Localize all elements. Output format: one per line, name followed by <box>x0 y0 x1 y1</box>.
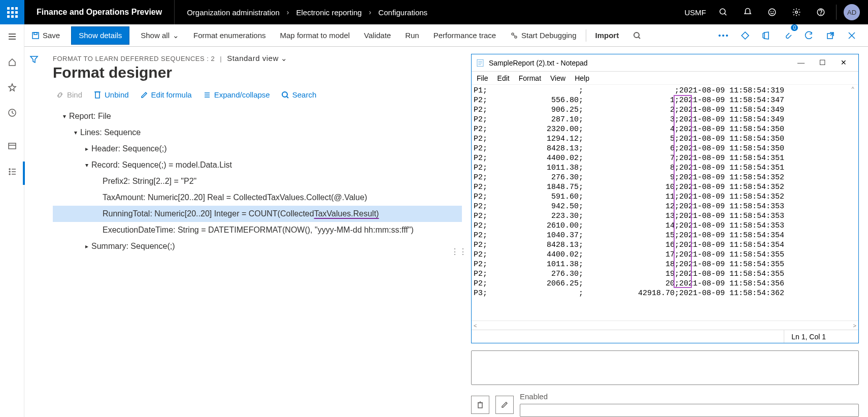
svg-point-22 <box>512 33 514 35</box>
close-icon[interactable] <box>843 26 861 45</box>
bind-button[interactable]: Bind <box>56 90 82 99</box>
app-launcher[interactable] <box>0 0 24 24</box>
import-button[interactable]: Import <box>588 26 626 45</box>
legal-entity[interactable]: USMF <box>681 8 711 17</box>
home-icon[interactable] <box>0 52 24 72</box>
svg-point-4 <box>773 11 774 12</box>
list-icon[interactable] <box>0 162 24 182</box>
svg-line-26 <box>639 37 640 39</box>
svg-point-14 <box>9 169 10 170</box>
tree-row[interactable]: Prefix2: String[2..2] = "P2" <box>53 173 462 189</box>
svg-rect-12 <box>9 143 16 149</box>
tree-row[interactable]: ▾Report: File <box>53 108 462 124</box>
gear-icon[interactable] <box>785 0 808 24</box>
caret-down-icon[interactable]: ▾ <box>71 129 80 136</box>
search-button[interactable]: Search <box>281 90 317 99</box>
edit-button[interactable] <box>495 396 514 414</box>
start-debugging-button[interactable]: Start Debugging <box>503 26 583 45</box>
chevron-down-icon: ⌄ <box>173 31 179 40</box>
performance-trace-button[interactable]: Performance trace <box>426 26 503 45</box>
minimize-button[interactable]: ― <box>790 59 812 67</box>
validate-button[interactable]: Validate <box>357 26 398 45</box>
notepad-titlebar[interactable]: SampleReport (2).txt - Notepad ― ☐ ✕ <box>472 54 858 72</box>
show-details-button[interactable]: Show details <box>71 26 129 45</box>
view-selector[interactable]: Standard view ⌄ <box>227 54 288 63</box>
cursor-position: Ln 1, Col 1 <box>784 330 833 343</box>
tree-label: Summary: Sequence(;) <box>91 242 181 251</box>
caret-right-icon[interactable]: ▸ <box>82 243 91 250</box>
rail-selection-indicator <box>23 162 25 185</box>
map-format-button[interactable]: Map format to model <box>273 26 357 45</box>
detail-box[interactable] <box>471 350 859 385</box>
edit-formula-button[interactable]: Edit formula <box>140 90 192 99</box>
menu-view[interactable]: View <box>550 74 565 82</box>
delete-button[interactable] <box>471 396 489 414</box>
scrollbar-vertical[interactable]: ^ <box>848 86 857 310</box>
tree-row[interactable]: TaxAmount: Numeric[20..20] Real = Collec… <box>53 189 462 206</box>
hamburger-icon[interactable] <box>0 26 24 47</box>
tree-label: ExecutionDateTime: String = DATETIMEFORM… <box>103 226 420 235</box>
svg-point-36 <box>282 92 287 97</box>
breadcrumb-item[interactable]: Organization administration <box>187 8 280 17</box>
bell-icon[interactable] <box>737 0 759 24</box>
notepad-window: SampleReport (2).txt - Notepad ― ☐ ✕ Fil… <box>471 54 859 343</box>
filter-icon[interactable] <box>29 54 48 254</box>
unbind-button[interactable]: Unbind <box>93 90 129 99</box>
scrollbar-horizontal[interactable]: <> <box>472 320 858 330</box>
app-title: Finance and Operations Preview <box>24 0 175 24</box>
svg-rect-21 <box>34 33 37 35</box>
clock-icon[interactable] <box>0 103 24 123</box>
tree-row[interactable]: ▾Lines: Sequence <box>53 124 462 141</box>
show-all-button[interactable]: Show all⌄ <box>133 26 186 45</box>
svg-point-18 <box>9 174 10 175</box>
diamond-icon[interactable] <box>736 26 754 45</box>
breadcrumb-item[interactable]: Electronic reporting <box>296 8 361 17</box>
user-avatar[interactable]: AD <box>841 0 863 24</box>
tree-row[interactable]: ▾Record: Sequence(;) = model.Data.List <box>53 157 462 173</box>
run-button[interactable]: Run <box>398 26 426 45</box>
maximize-button[interactable]: ☐ <box>812 58 833 67</box>
save-icon <box>31 31 40 40</box>
star-icon[interactable] <box>0 77 24 98</box>
notepad-body[interactable]: P1; ; ;2021-08-09 11:58:54:319 P2; 556.8… <box>472 85 858 320</box>
expand-collapse-button[interactable]: Expand/collapse <box>203 90 270 99</box>
search-icon[interactable] <box>712 0 735 24</box>
svg-point-3 <box>771 11 771 12</box>
chevron-down-icon: ⌄ <box>281 54 288 62</box>
format-enumerations-button[interactable]: Format enumerations <box>186 26 273 45</box>
tree-label: TaxAmount: Numeric[20..20] Real = Collec… <box>103 193 373 202</box>
refresh-icon[interactable] <box>800 26 818 45</box>
close-button[interactable]: ✕ <box>833 58 854 67</box>
save-button[interactable]: Save <box>24 26 67 45</box>
enabled-label: Enabled <box>520 392 859 401</box>
popout-icon[interactable] <box>821 26 840 45</box>
smiley-icon[interactable] <box>761 0 783 24</box>
svg-line-1 <box>724 13 726 15</box>
tree-row[interactable]: ExecutionDateTime: String = DATETIMEFORM… <box>53 222 462 238</box>
menu-help[interactable]: Help <box>575 74 589 82</box>
tree-row[interactable]: ▸Header: Sequence(;) <box>53 141 462 157</box>
more-icon[interactable]: ••• <box>715 26 733 45</box>
page-context: FORMAT TO LEARN DEFERRED SEQUENCES : 2 <box>53 55 215 62</box>
tree-row[interactable]: RunningTotal: Numeric[20..20] Integer = … <box>53 206 462 222</box>
page-title: Format designer <box>53 64 462 81</box>
menu-edit[interactable]: Edit <box>497 74 510 82</box>
enabled-field[interactable] <box>520 404 859 417</box>
attachments-icon[interactable]: 0 <box>779 26 797 45</box>
office-icon[interactable] <box>757 26 776 45</box>
breadcrumb-item[interactable]: Configurations <box>378 8 427 17</box>
caret-down-icon[interactable]: ▾ <box>82 162 91 169</box>
breadcrumb: Organization administration › Electronic… <box>175 8 680 17</box>
svg-rect-42 <box>478 403 482 408</box>
caret-right-icon[interactable]: ▸ <box>82 145 91 152</box>
caret-down-icon[interactable]: ▾ <box>60 113 69 120</box>
module-icon[interactable] <box>0 136 24 156</box>
splitter-handle[interactable]: ⋮⋮ <box>451 247 467 256</box>
menu-format[interactable]: Format <box>519 74 541 82</box>
help-icon[interactable] <box>810 0 832 24</box>
menu-file[interactable]: File <box>477 74 488 82</box>
svg-line-24 <box>514 35 515 36</box>
debug-icon <box>510 31 518 40</box>
tree-row[interactable]: ▸Summary: Sequence(;) <box>53 238 462 254</box>
action-search-button[interactable] <box>626 26 648 45</box>
